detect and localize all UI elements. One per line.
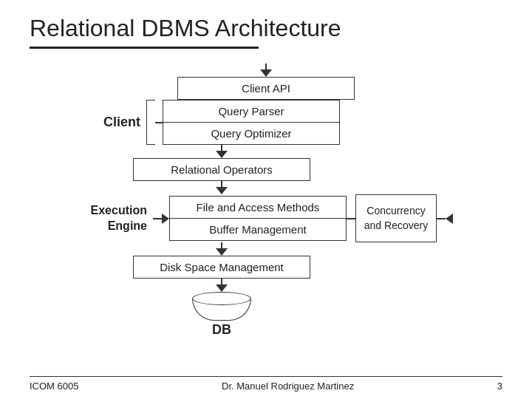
footer: ICOM 6005 Dr. Manuel Rodriguez Martinez …	[30, 376, 502, 392]
db-row: DB	[30, 292, 502, 338]
file-access-box: File and Access Methods	[170, 197, 346, 219]
execution-engine-row: ExecutionEngine File and Access Methods …	[79, 194, 453, 242]
exec-arrow-right	[162, 214, 169, 224]
db-label: DB	[212, 322, 231, 338]
right-spacer	[340, 100, 429, 145]
footer-center: Dr. Manuel Rodriguez Martinez	[222, 381, 354, 392]
vert-line-1	[221, 145, 222, 151]
db-area: DB	[192, 292, 251, 338]
diagram: Client API Client Query Parser Query	[30, 64, 502, 338]
top-vert-line	[265, 64, 267, 69]
arrow-down-3	[216, 248, 228, 256]
arrow-center	[216, 145, 228, 158]
execution-engine-label: ExecutionEngine	[79, 203, 153, 234]
relational-operators-label: Relational Operators	[171, 163, 273, 176]
page-title: Relational DBMS Architecture	[30, 15, 502, 42]
arrow-down-2	[216, 187, 228, 194]
rel-ops-center: Relational Operators	[133, 158, 310, 181]
arrow-center-3	[216, 242, 228, 256]
relational-operators-box: Relational Operators	[133, 158, 310, 181]
exec-right-area: Concurrency and Recovery	[347, 194, 453, 242]
arrow-center-2	[216, 181, 228, 194]
exec-left-area: ExecutionEngine	[79, 203, 169, 234]
exec-horiz-line	[153, 218, 162, 219]
exec-boxes: File and Access Methods Buffer Managemen…	[169, 196, 347, 241]
query-optimizer-box: Query Optimizer	[163, 123, 339, 144]
disk-row: Disk Space Management	[30, 256, 502, 279]
bracket	[146, 100, 155, 145]
query-optimizer-label: Query Optimizer	[211, 127, 291, 140]
arrow-area-3	[30, 242, 502, 256]
concurrency-label: Concurrency and Recovery	[364, 205, 428, 231]
buffer-mgmt-box: Buffer Management	[170, 219, 346, 240]
arrow-down-4	[216, 284, 228, 292]
exec-right-line2	[437, 218, 446, 219]
client-api-label: Client API	[242, 82, 290, 95]
concurrency-box: Concurrency and Recovery	[355, 194, 437, 242]
top-arrow	[260, 69, 272, 77]
bracket-top	[146, 100, 155, 123]
exec-arrow-left	[446, 214, 453, 224]
bracket-horiz	[155, 122, 163, 123]
query-parser-box: Query Parser	[163, 100, 339, 123]
arrow-center-4	[216, 279, 228, 292]
disk-space-label: Disk Space Management	[160, 261, 284, 273]
client-label: Client	[103, 115, 140, 130]
arrow-down-1	[216, 151, 228, 158]
vert-line-2	[221, 181, 222, 187]
arrow-area-4	[30, 279, 502, 292]
query-parser-label: Query Parser	[218, 105, 284, 117]
footer-left: ICOM 6005	[30, 381, 78, 392]
disk-center: Disk Space Management	[133, 256, 310, 279]
exec-right-line	[347, 218, 355, 219]
slide: Relational DBMS Architecture Client API …	[0, 0, 532, 399]
disk-space-box: Disk Space Management	[133, 256, 310, 279]
arrow-area-2	[30, 181, 502, 194]
title-underline	[30, 47, 259, 49]
vert-line-3	[221, 242, 222, 248]
vert-line-4	[221, 279, 222, 284]
rel-ops-row: Relational Operators	[30, 158, 502, 181]
client-boxes: Query Parser Query Optimizer	[163, 100, 340, 145]
buffer-mgmt-label: Buffer Management	[209, 223, 306, 236]
client-api-box: Client API	[177, 77, 355, 100]
footer-right: 3	[497, 381, 502, 392]
client-row: Client Query Parser Query Optimizer	[30, 100, 502, 145]
arrow-area-1	[30, 145, 502, 158]
client-label-area: Client	[103, 100, 163, 145]
bracket-bottom	[146, 123, 155, 146]
file-access-label: File and Access Methods	[197, 201, 320, 214]
